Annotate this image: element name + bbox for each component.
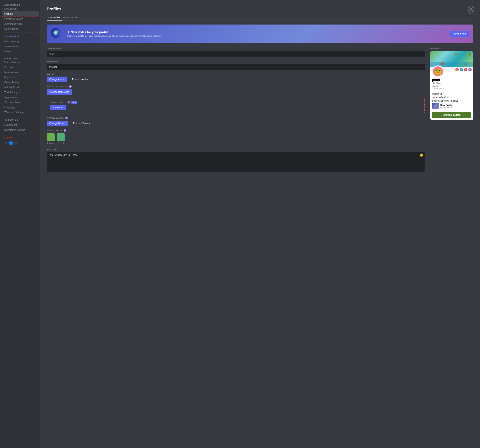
avatar-decoration-label: AVATAR DECORATION ✦ xyxy=(47,85,425,88)
main-content: ✕ ESC Profiles User Profile Server Profi… xyxy=(40,0,480,448)
banner-palm2-icon: 🌴 xyxy=(453,52,458,57)
sidebar-item-my-account[interactable]: My Account xyxy=(3,6,39,11)
sidebar-item-changelog[interactable]: Change Log xyxy=(3,117,39,122)
profile-username: phibi xyxy=(432,78,471,82)
avatar-decoration-field-group: AVATAR DECORATION ✦ Change Decoration xyxy=(47,85,425,94)
change-banner-button[interactable]: Change Banner xyxy=(47,121,68,126)
theme-accent-label: Accent xyxy=(57,142,65,144)
display-name-input[interactable] xyxy=(47,51,425,57)
avatar-emoji: 🐸 xyxy=(435,68,441,75)
about-me-textarea-wrap: not actually a frog 🙂 xyxy=(47,152,425,172)
theme-primary-wrap: ↗ Primary xyxy=(47,133,55,144)
emoji-button[interactable]: 🙂 xyxy=(419,153,423,157)
form-column: DISPLAY NAME PRONOUNS AVATAR Change Avat… xyxy=(47,48,425,176)
sidebar-item-game-activity[interactable]: Game Activity xyxy=(3,80,39,85)
twitter-icon[interactable]: 𝕏 xyxy=(4,141,8,145)
remove-banner-button[interactable]: Remove Banner xyxy=(71,121,93,126)
form-preview-layout: DISPLAY NAME PRONOUNS AVATAR Change Avat… xyxy=(47,48,473,176)
promo-art-circle: 🌍 xyxy=(51,28,61,38)
promo-star: ✦ xyxy=(67,30,70,34)
about-me-input[interactable]: not actually a frog xyxy=(47,152,425,172)
profile-banner-field-group: PROFILE BANNER ✦ Change Banner Remove Ba… xyxy=(47,116,425,126)
profile-banner: 🌴 🌴 🪨 🦀 xyxy=(430,51,473,67)
esc-label: ESC xyxy=(469,13,473,15)
customizing-item-title: User Profile xyxy=(440,104,452,106)
profile-handle: phibi.isme xyxy=(432,82,471,84)
tab-user-profile[interactable]: User Profile xyxy=(47,15,62,21)
example-button[interactable]: Example Button xyxy=(432,112,471,118)
change-avatar-button[interactable]: Change Avatar xyxy=(47,77,67,82)
social-links: 𝕏 f 📷 xyxy=(3,140,39,146)
avatar-buttons: Change Avatar Remove Avatar xyxy=(47,77,425,82)
customizing-section-title: CUSTOMIZING MY PROFILE xyxy=(432,100,471,102)
banner-scene: 🌴 🌴 🪨 🦀 xyxy=(430,51,473,67)
profile-divider-1 xyxy=(432,92,471,92)
pronouns-input[interactable] xyxy=(47,64,425,70)
facebook-icon[interactable]: f xyxy=(9,141,13,145)
sidebar-item-logout[interactable]: Log Out xyxy=(3,135,39,140)
profile-card: 🌴 🌴 🪨 🦀 🔥 ✓ ✂ ↺ xyxy=(430,51,473,120)
sidebar-item-nitro[interactable]: Discord Nitro xyxy=(3,34,39,39)
about-me-label: ABOUT ME xyxy=(47,148,425,150)
sidebar-divider-4 xyxy=(4,134,37,134)
pronouns-label: PRONOUNS xyxy=(47,60,425,62)
nitro-icon: ✦ xyxy=(69,85,72,88)
profile-tabs: User Profile Server Profiles xyxy=(47,15,473,21)
sidebar-item-language[interactable]: Language xyxy=(3,105,39,109)
customizing-icon: 🚀 xyxy=(432,103,439,109)
profile-status: current status xyxy=(432,87,471,90)
sidebar-item-voice[interactable]: Voice & Video xyxy=(3,60,39,65)
about-me-field-group: ABOUT ME not actually a frog 🙂 xyxy=(47,148,425,172)
profile-effect-box: PROFILE EFFECT ✦ NEW Add Effect xyxy=(47,98,425,113)
sidebar-item-streamer[interactable]: Streamer Mode xyxy=(3,100,39,105)
sidebar-item-keybinds[interactable]: Keybinds xyxy=(3,75,39,79)
banner-nitro-icon: ✦ xyxy=(65,116,68,119)
remove-avatar-button[interactable]: Remove Avatar xyxy=(70,77,91,82)
sidebar-item-developer[interactable]: Developer Options xyxy=(3,127,39,132)
profile-theme-label: PROFILE THEME ✦ xyxy=(47,129,425,132)
avatar-label: AVATAR xyxy=(47,73,425,75)
sidebar-item-activity-feed[interactable]: Activity Feed xyxy=(3,85,39,90)
change-decoration-button[interactable]: Change Decoration xyxy=(47,89,72,94)
sidebar-item-text-images[interactable]: Text & Images xyxy=(3,90,39,94)
esc-button[interactable]: ✕ ESC xyxy=(468,6,474,15)
sidebar-item-billing[interactable]: Billing xyxy=(3,49,39,54)
promo-art: 🌍 🐾 xyxy=(51,28,64,40)
theme-primary-swatch[interactable]: ↗ xyxy=(47,133,55,141)
theme-swatches: ↗ Primary ↗ Accent xyxy=(47,133,425,144)
display-name-label: DISPLAY NAME xyxy=(47,48,425,50)
sidebar-item-connections[interactable]: Connections xyxy=(3,26,39,31)
banner-buttons: Change Banner Remove Banner xyxy=(47,121,425,126)
customizing-item-sub: 00:01 minutes xyxy=(440,106,452,108)
tab-server-profiles[interactable]: Server Profiles xyxy=(62,15,81,21)
profile-pronouns: she/her xyxy=(432,85,471,87)
theme-accent-swatch[interactable]: ↗ xyxy=(57,133,65,141)
sidebar-item-overlay[interactable]: Overlay xyxy=(3,65,39,70)
sidebar-divider-2 xyxy=(4,55,37,55)
effect-nitro-icon: ✦ xyxy=(68,101,70,104)
badge-refresh: ↺ xyxy=(468,68,472,71)
sidebar-item-authorized[interactable]: Authorized Apps xyxy=(3,21,39,26)
instagram-icon[interactable]: 📷 xyxy=(14,141,18,145)
sidebar-section-app-settings: APP SETTINGS xyxy=(4,57,19,59)
sidebar-section-user-settings: USER SETTINGS xyxy=(4,4,20,6)
add-effect-button[interactable]: Add Effect xyxy=(50,105,66,110)
sidebar-item-server-boost[interactable]: Server Boost xyxy=(3,44,39,49)
sidebar-item-gift[interactable]: Gift Inventory xyxy=(3,39,39,44)
preview-label: PREVIEW xyxy=(430,48,473,50)
badge-checkmark: ✓ xyxy=(460,68,463,71)
page-title: Profiles xyxy=(47,7,473,11)
new-badge: NEW xyxy=(71,101,77,104)
promo-subtitle: Make your profile feel alive with snazzy… xyxy=(67,35,447,37)
go-to-shop-button[interactable]: Go to Shop xyxy=(450,31,469,37)
primary-arrow-icon: ↗ xyxy=(52,134,54,136)
sidebar-item-experiment[interactable]: Experiment xyxy=(3,123,39,127)
sidebar-item-privacy[interactable]: Privacy & Safety xyxy=(3,16,39,21)
sidebar-item-appearance[interactable]: Appearance xyxy=(3,95,39,100)
customizing-row: 🚀 User Profile 00:01 minutes xyxy=(432,103,471,109)
sidebar-item-profiles[interactable]: Profiles xyxy=(3,11,39,16)
sidebar-item-windows[interactable]: Windows Settings xyxy=(3,110,39,115)
avatar-status-indicator xyxy=(440,74,443,76)
display-name-field-group: DISPLAY NAME xyxy=(47,48,425,57)
sidebar-item-notifications[interactable]: Notifications xyxy=(3,70,39,75)
